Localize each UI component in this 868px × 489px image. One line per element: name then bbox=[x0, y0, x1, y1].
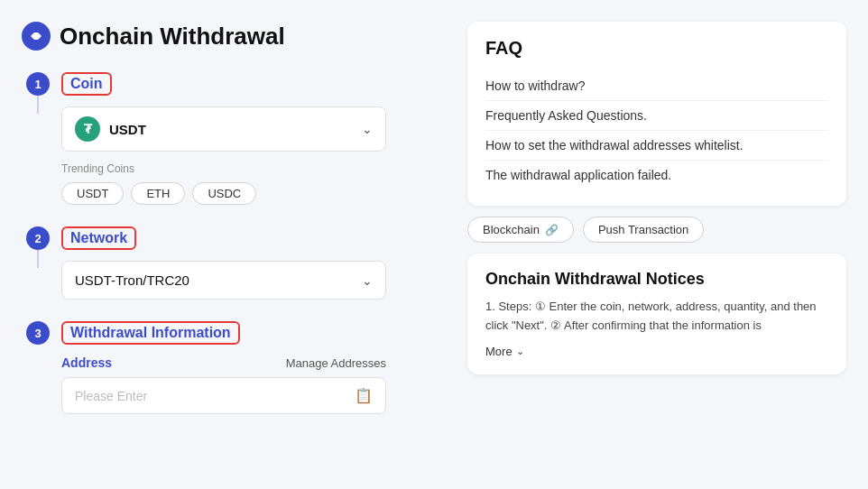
address-row: Address Manage Addresses bbox=[61, 355, 386, 370]
tab-row: Blockchain 🔗 Push Transaction bbox=[467, 217, 846, 243]
trending-chip-usdt[interactable]: USDT bbox=[61, 182, 124, 205]
blockchain-tab[interactable]: Blockchain 🔗 bbox=[467, 217, 574, 243]
faq-item-4[interactable]: The withdrawal application failed. bbox=[485, 161, 828, 189]
trending-chip-usdc[interactable]: USDC bbox=[192, 182, 256, 205]
notices-card: Onchain Withdrawal Notices 1. Steps: ① E… bbox=[467, 254, 846, 374]
step-3-content: Withdrawal Information Address Manage Ad… bbox=[54, 321, 453, 436]
app-logo-icon bbox=[22, 22, 51, 51]
more-label: More bbox=[485, 345, 512, 358]
address-input-wrap[interactable]: Please Enter 📋 bbox=[61, 377, 386, 414]
coin-symbol-label: USDT bbox=[109, 122, 146, 137]
coin-dropdown[interactable]: ₮ USDT ⌄ bbox=[61, 106, 386, 152]
faq-item-1[interactable]: How to withdraw? bbox=[485, 71, 828, 101]
paste-icon[interactable]: 📋 bbox=[355, 387, 373, 404]
faq-item-3[interactable]: How to set the withdrawal addresses whit… bbox=[485, 131, 828, 161]
trending-chips: USDT ETH USDC bbox=[61, 182, 453, 205]
step-3-left: 3 bbox=[22, 321, 54, 345]
address-placeholder: Please Enter bbox=[75, 389, 147, 403]
step-2-number: 2 bbox=[26, 226, 50, 250]
step-1-title: Coin bbox=[61, 72, 112, 96]
right-panel: FAQ How to withdraw? Frequently Asked Qu… bbox=[467, 22, 846, 436]
step-3-number: 3 bbox=[26, 321, 50, 345]
network-value-label: USDT-Tron/TRC20 bbox=[75, 272, 189, 288]
manage-addresses-link[interactable]: Manage Addresses bbox=[286, 356, 386, 370]
push-transaction-tab[interactable]: Push Transaction bbox=[583, 217, 704, 243]
faq-title: FAQ bbox=[485, 38, 828, 59]
network-dropdown[interactable]: USDT-Tron/TRC20 ⌄ bbox=[61, 261, 386, 300]
blockchain-tab-label: Blockchain bbox=[483, 223, 540, 236]
faq-item-2[interactable]: Frequently Asked Questions. bbox=[485, 101, 828, 131]
blockchain-link-icon: 🔗 bbox=[545, 224, 559, 236]
step-2-left: 2 bbox=[22, 226, 54, 268]
svg-point-1 bbox=[32, 32, 40, 40]
notices-text: 1. Steps: ① Enter the coin, network, add… bbox=[485, 298, 828, 336]
coin-dropdown-left: ₮ USDT bbox=[75, 116, 146, 142]
step-3-title: Withdrawal Information bbox=[61, 321, 240, 345]
page-title-row: Onchain Withdrawal bbox=[22, 22, 453, 51]
step-2-line bbox=[37, 250, 39, 268]
usdt-icon: ₮ bbox=[75, 116, 100, 142]
address-label: Address bbox=[61, 355, 112, 370]
more-chevron-icon: ⌄ bbox=[516, 346, 524, 357]
step-3-block: 3 Withdrawal Information Address Manage … bbox=[22, 321, 453, 436]
push-transaction-tab-label: Push Transaction bbox=[598, 223, 688, 236]
trending-chip-eth[interactable]: ETH bbox=[131, 182, 185, 205]
trending-label: Trending Coins bbox=[61, 162, 453, 175]
more-button[interactable]: More ⌄ bbox=[485, 345, 828, 358]
step-1-content: Coin ₮ USDT ⌄ Trending Coins bbox=[54, 72, 453, 226]
network-chevron-down-icon: ⌄ bbox=[362, 273, 373, 288]
left-panel: Onchain Withdrawal 1 Coin ₮ bbox=[22, 22, 453, 436]
step-2-content: Network USDT-Tron/TRC20 ⌄ bbox=[54, 226, 453, 321]
step-1-number: 1 bbox=[26, 72, 50, 96]
step-2-block: 2 Network USDT-Tron/TRC20 ⌄ bbox=[22, 226, 453, 321]
step-2-title: Network bbox=[61, 226, 136, 250]
faq-card: FAQ How to withdraw? Frequently Asked Qu… bbox=[467, 22, 846, 206]
coin-chevron-down-icon: ⌄ bbox=[362, 122, 373, 136]
steps-container: 1 Coin ₮ USDT ⌄ bbox=[22, 72, 453, 436]
usdt-icon-letter: ₮ bbox=[84, 122, 92, 136]
step-1-block: 1 Coin ₮ USDT ⌄ bbox=[22, 72, 453, 226]
page-title: Onchain Withdrawal bbox=[60, 23, 285, 51]
step-1-left: 1 bbox=[22, 72, 54, 114]
notices-title: Onchain Withdrawal Notices bbox=[485, 270, 828, 289]
step-1-line bbox=[37, 96, 39, 114]
